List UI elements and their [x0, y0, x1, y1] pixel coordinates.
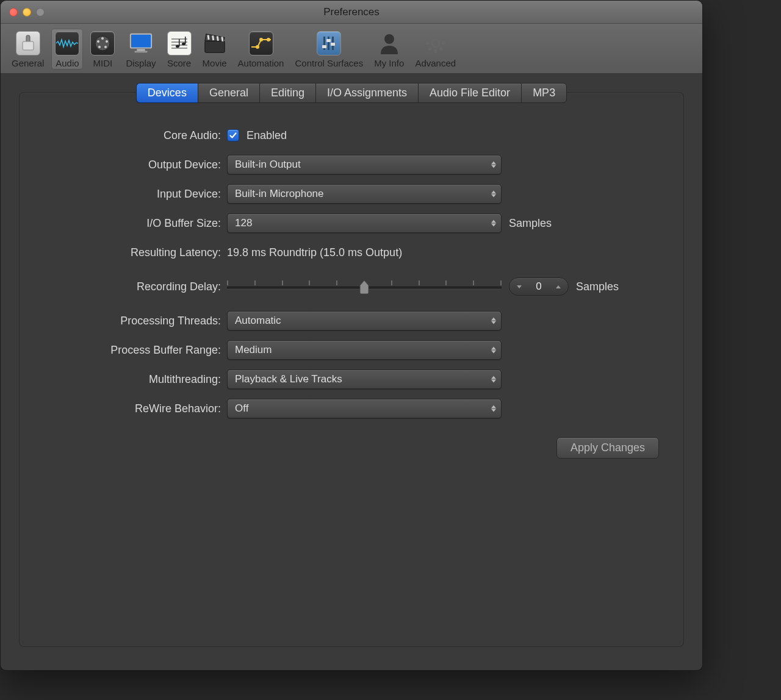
process-buffer-range-select[interactable]: Medium [227, 340, 502, 360]
label-output-device: Output Device: [38, 159, 227, 171]
label-input-device: Input Device: [38, 188, 227, 201]
row-multithreading: Multithreading: Playback & Live Tracks [38, 369, 665, 390]
svg-line-41 [429, 37, 431, 39]
toolbar: General Audio MIDI Display Score [1, 24, 702, 74]
svg-rect-20 [204, 41, 224, 52]
row-output-device: Output Device: Built-in Output [38, 154, 665, 175]
svg-point-35 [384, 34, 394, 44]
svg-rect-1 [23, 41, 34, 50]
apply-row: Apply Changes [38, 437, 665, 459]
label-multithreading: Multithreading: [38, 373, 227, 386]
subtabs: Devices General Editing I/O Assignments … [38, 83, 665, 103]
toolbar-label: General [12, 58, 44, 68]
toolbar-item-score[interactable]: Score [164, 29, 195, 70]
apply-changes-button[interactable]: Apply Changes [556, 437, 659, 459]
general-icon [16, 31, 40, 55]
select-arrows-icon [491, 220, 496, 227]
multithreading-select[interactable]: Playback & Live Tracks [227, 370, 502, 389]
toolbar-item-audio[interactable]: Audio [51, 29, 83, 70]
toolbar-item-midi[interactable]: MIDI [87, 29, 118, 70]
toolbar-item-my-info[interactable]: My Info [370, 29, 408, 70]
toolbar-item-display[interactable]: Display [122, 29, 159, 70]
svg-point-7 [104, 46, 107, 48]
recording-delay-suffix: Samples [576, 280, 619, 293]
select-value: Playback & Live Tracks [235, 373, 342, 385]
row-recording-delay: Recording Delay: [38, 276, 665, 297]
svg-rect-30 [328, 37, 329, 50]
settings-group: Devices General Editing I/O Assignments … [19, 92, 684, 647]
svg-point-28 [267, 38, 270, 41]
toolbar-item-general[interactable]: General [8, 29, 48, 70]
core-audio-checkbox[interactable] [227, 129, 239, 141]
my-info-icon [377, 31, 401, 55]
subtab-mp3[interactable]: MP3 [521, 83, 567, 103]
svg-point-26 [256, 45, 259, 49]
toolbar-item-advanced[interactable]: Advanced [411, 29, 459, 70]
toolbar-label: Audio [56, 58, 79, 68]
stepper-decrement[interactable] [512, 279, 527, 294]
subtab-general[interactable]: General [198, 83, 259, 103]
label-io-buffer: I/O Buffer Size: [38, 217, 227, 230]
io-buffer-suffix: Samples [509, 217, 552, 230]
toolbar-item-automation[interactable]: Automation [234, 29, 288, 70]
svg-rect-8 [131, 34, 151, 48]
select-arrows-icon [491, 318, 496, 324]
toolbar-label: Automation [238, 58, 284, 68]
select-arrows-icon [491, 405, 496, 412]
display-icon [129, 31, 153, 55]
select-arrows-icon [491, 376, 496, 383]
svg-rect-34 [331, 43, 335, 46]
svg-line-43 [440, 37, 442, 39]
svg-point-4 [97, 40, 99, 43]
slider-thumb-icon[interactable] [359, 280, 370, 296]
subtab-devices[interactable]: Devices [136, 83, 198, 103]
row-input-device: Input Device: Built-in Microphone [38, 184, 665, 204]
automation-icon [249, 31, 273, 55]
movie-icon [203, 31, 227, 55]
svg-line-44 [429, 48, 431, 50]
subtab-audio-file-editor[interactable]: Audio File Editor [418, 83, 521, 103]
io-buffer-select[interactable]: 128 [227, 213, 502, 233]
stepper-value: 0 [527, 280, 551, 293]
processing-threads-select[interactable]: Automatic [227, 311, 502, 330]
subtab-editing[interactable]: Editing [259, 83, 315, 103]
svg-line-42 [440, 48, 442, 50]
svg-point-5 [106, 40, 108, 43]
control-surfaces-icon [317, 31, 341, 55]
label-latency: Resulting Latency: [38, 246, 227, 259]
preferences-window: Preferences General Audio MIDI Disp [0, 0, 703, 671]
svg-rect-32 [322, 45, 326, 48]
select-value: Medium [235, 344, 272, 356]
select-arrows-icon [491, 191, 496, 198]
svg-rect-10 [137, 49, 145, 51]
toolbar-item-control-surfaces[interactable]: Control Surfaces [291, 29, 367, 70]
toolbar-label: Control Surfaces [295, 58, 363, 68]
row-io-buffer: I/O Buffer Size: 128 Samples [38, 213, 665, 234]
content-area: Devices General Editing I/O Assignments … [1, 74, 702, 665]
stepper-increment[interactable] [551, 279, 566, 294]
toolbar-label: Movie [203, 58, 227, 68]
audio-icon [55, 31, 79, 55]
svg-point-3 [101, 37, 104, 40]
subtab-io-assignments[interactable]: I/O Assignments [315, 83, 418, 103]
titlebar: Preferences [1, 1, 702, 24]
svg-rect-19 [185, 37, 186, 44]
output-device-select[interactable]: Built-in Output [227, 155, 502, 174]
input-device-select[interactable]: Built-in Microphone [227, 184, 502, 204]
svg-rect-17 [179, 39, 180, 46]
settings-form: Core Audio: Enabled Output Device: Built… [38, 125, 665, 459]
row-process-buffer-range: Process Buffer Range: Medium [38, 340, 665, 360]
recording-delay-slider[interactable] [227, 277, 502, 296]
recording-delay-stepper[interactable]: 0 [509, 277, 569, 296]
row-processing-threads: Processing Threads: Automatic [38, 310, 665, 331]
row-core-audio: Core Audio: Enabled [38, 125, 665, 146]
label-core-audio: Core Audio: [38, 129, 227, 142]
rewire-select[interactable]: Off [227, 399, 502, 418]
toolbar-item-movie[interactable]: Movie [199, 29, 231, 70]
toolbar-label: My Info [374, 58, 404, 68]
midi-icon [90, 31, 115, 55]
svg-rect-33 [326, 39, 331, 42]
select-value: 128 [235, 217, 252, 229]
score-icon [167, 31, 192, 55]
toolbar-label: Display [126, 58, 156, 68]
